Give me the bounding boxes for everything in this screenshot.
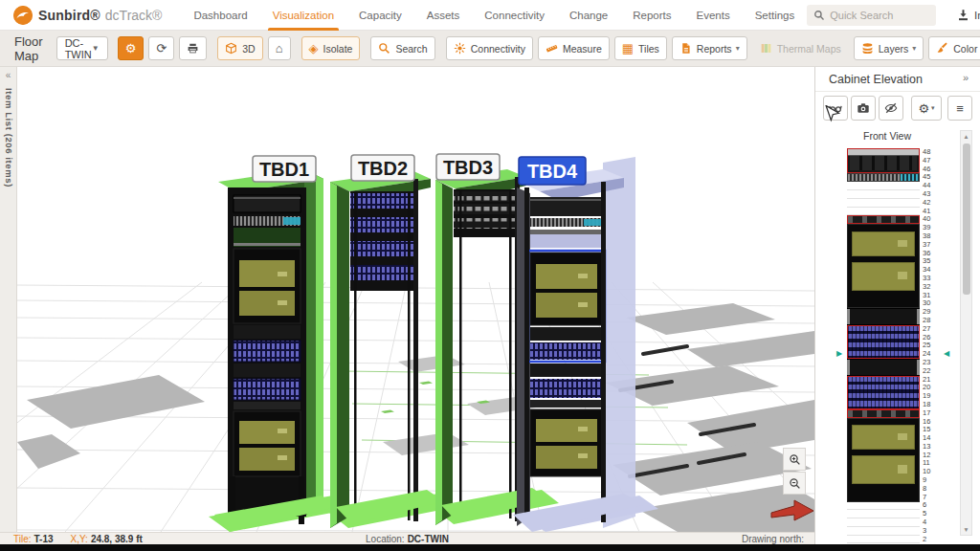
rack-unit-numbers: 4847464544434241403938373635343332313029… [923, 148, 942, 544]
rack-unit-row[interactable] [847, 199, 920, 208]
status-location: Location:DC-TWIN [0, 534, 814, 544]
home-button[interactable]: ⌂ [268, 36, 291, 60]
rack-label-tbd4-selected[interactable]: TBD4 [527, 161, 578, 182]
rack-unit-row[interactable] [847, 182, 920, 190]
nav-item-capacity[interactable]: Capacity [346, 0, 414, 31]
chevron-down-icon: ▾ [931, 104, 935, 112]
thermal-maps-button: Thermal Maps [752, 36, 849, 60]
snapshot-button[interactable] [851, 96, 876, 121]
menu-icon: ≡ [956, 102, 964, 115]
nav-item-dashboard[interactable]: Dashboard [181, 0, 259, 31]
blank-panel[interactable] [847, 359, 920, 376]
front-view-label: Front View [815, 130, 959, 142]
print-button[interactable] [179, 36, 207, 60]
nav-item-connectivity[interactable]: Connectivity [472, 0, 557, 31]
nav-item-reports[interactable]: Reports [620, 0, 683, 31]
scroll-up-icon[interactable]: ▲ [961, 133, 971, 140]
scroll-down-icon[interactable]: ▼ [961, 526, 971, 533]
rack-tbd1[interactable] [214, 169, 337, 532]
reports-button[interactable]: Reports▾ [672, 36, 747, 60]
gear-icon: ⚙ [918, 102, 929, 115]
floor-map-canvas[interactable]: TBD1 TBD2 TBD3 TBD4 [17, 67, 814, 532]
rack-label-tbd1[interactable]: TBD1 [259, 159, 309, 180]
nav-item-events[interactable]: Events [684, 0, 743, 31]
device-screen [852, 425, 914, 450]
refresh-icon: ⟳ [156, 42, 167, 55]
chevron-down-icon: ▾ [912, 44, 916, 53]
zoom-controls [783, 448, 806, 496]
color-button[interactable]: Color [928, 36, 980, 60]
layers-icon [861, 42, 874, 55]
quick-search-input[interactable] [830, 10, 929, 21]
layers-button[interactable]: Layers▾ [854, 36, 924, 60]
device-screen [852, 231, 914, 256]
nav-item-assets[interactable]: Assets [414, 0, 473, 31]
fiber-panel[interactable] [847, 173, 920, 182]
page-title: Floor Map [14, 34, 43, 63]
hide-button[interactable] [879, 96, 903, 121]
settings-button[interactable]: ⚙ [118, 36, 145, 60]
search-icon [378, 42, 390, 55]
rack-label-tbd2[interactable]: TBD2 [358, 158, 408, 179]
device-screen [852, 455, 914, 484]
chevron-left-icon[interactable]: « [0, 70, 16, 80]
report-icon [679, 42, 692, 55]
selection-arrow-right-icon: ◀ [944, 350, 949, 359]
elevation-rack-view[interactable]: 4847464544434241403938373635343332313029… [815, 148, 980, 544]
rack-unit-row[interactable] [847, 501, 920, 510]
measure-button[interactable]: Measure [538, 36, 610, 60]
floor-map-select[interactable]: DC-TWIN ▼ [56, 36, 108, 60]
elevation-menu-button[interactable]: ≡ [947, 96, 972, 121]
app-logo[interactable]: Sunbird® dcTrack® [13, 6, 162, 25]
status-bar: Location:DC-TWIN Tile:T-13 X,Y:24.8, 38.… [0, 532, 814, 544]
elevation-scrollbar[interactable]: ▲ ▼ [960, 130, 972, 536]
zoom-out-button[interactable] [783, 472, 806, 495]
item-list-collapsed-panel[interactable]: « Item List (206 items) [0, 67, 17, 532]
nav-item-change[interactable]: Change [557, 0, 620, 31]
chassis[interactable] [847, 224, 920, 308]
rack-unit-row[interactable] [847, 190, 920, 199]
refresh-button[interactable]: ⟳ [148, 36, 174, 60]
cabinet-elevation-panel: Cabinet Elevation » ⚙▾ ≡ Front View 4847… [814, 67, 980, 544]
scene-3d[interactable]: TBD1 TBD2 TBD3 TBD4 [17, 67, 814, 532]
nav-item-settings[interactable]: Settings [743, 0, 808, 31]
device-1u[interactable] [847, 409, 920, 418]
sun-icon [454, 42, 466, 55]
main-nav-tabs: DashboardVisualizationCapacityAssetsConn… [181, 0, 807, 31]
elevation-settings-button[interactable]: ⚙▾ [911, 96, 942, 121]
cube-3d-icon [225, 42, 237, 55]
chassis[interactable] [847, 418, 920, 502]
tiles-button[interactable]: ▦Tiles [614, 36, 667, 60]
zoom-in-button[interactable] [783, 448, 806, 471]
quick-search[interactable] [807, 5, 936, 26]
rack-unit-row[interactable] [847, 518, 920, 527]
connectivity-button[interactable]: Connectivity [446, 36, 533, 60]
chevron-right-icon[interactable]: » [963, 72, 969, 83]
blank-panel[interactable] [847, 308, 920, 325]
rack-tbd4[interactable] [513, 157, 643, 532]
rack-unit-row[interactable] [847, 527, 920, 536]
fiber-cassette[interactable] [847, 376, 920, 409]
rack-unit-row[interactable] [847, 536, 920, 544]
device-1u[interactable] [847, 215, 920, 224]
isolate-button[interactable]: ◈Isolate [301, 36, 361, 60]
rack-label-tbd3[interactable]: TBD3 [443, 157, 493, 178]
sunbird-logo-icon [13, 6, 33, 25]
nav-item-visualization[interactable]: Visualization [260, 0, 346, 31]
printer-icon [187, 42, 199, 55]
rack-unit-row[interactable] [847, 510, 920, 518]
view-3d-glasses-button[interactable] [823, 96, 848, 121]
rack-tbd2[interactable] [330, 170, 444, 528]
fiber-cassette[interactable] [847, 325, 920, 359]
search-button[interactable]: Search [370, 36, 434, 60]
measure-icon [546, 42, 558, 55]
search-icon [813, 10, 825, 21]
bottom-black-bar [0, 544, 980, 551]
tiles-icon: ▦ [622, 42, 634, 55]
rack-unit-row[interactable] [847, 208, 920, 216]
scrollbar-thumb[interactable] [963, 143, 970, 295]
import-button[interactable]: Import [957, 9, 980, 21]
view-3d-button[interactable]: 3D [217, 36, 262, 60]
brand-primary: Sunbird® [38, 8, 100, 23]
patch-panel[interactable] [847, 148, 920, 173]
